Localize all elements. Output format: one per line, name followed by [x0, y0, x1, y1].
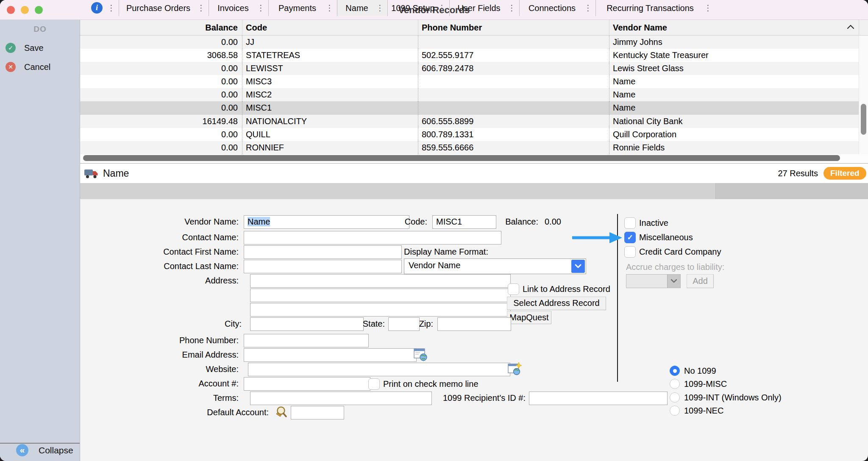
dropdown-value: Vendor Name	[409, 259, 460, 272]
credit-card-company-checkbox[interactable]	[624, 246, 636, 258]
tab-drag-handle-icon: ⋮	[197, 0, 205, 16]
contact-last-name-input[interactable]	[244, 260, 402, 273]
table-row[interactable]: 3068.58 STATETREAS 502.555.9177 Kentucky…	[80, 49, 859, 62]
link-to-address-checkbox[interactable]	[508, 283, 519, 295]
zip-input[interactable]	[437, 317, 511, 331]
filtered-badge[interactable]: Filtered	[823, 167, 866, 180]
tab-recurring-transactions[interactable]: Recurring Transactions ⋮	[595, 0, 715, 16]
horizontal-scrollbar-thumb[interactable]	[83, 155, 840, 161]
cell-phone: 800.789.1331	[418, 128, 609, 141]
collapse-button[interactable]: « Collapse	[16, 444, 73, 456]
liability-account-dropdown-disabled[interactable]	[626, 274, 681, 288]
tab-drag-handle-icon: ⋮	[704, 0, 712, 16]
tab-payments[interactable]: Payments ⋮	[268, 0, 337, 16]
table-row[interactable]: 0.00 JJ Jimmy Johns	[80, 36, 859, 49]
cell-balance: 0.00	[80, 101, 242, 114]
miscellaneous-checkbox[interactable]: ✓	[624, 232, 636, 243]
tab-label: Payments	[269, 0, 326, 16]
compose-email-icon[interactable]	[414, 348, 427, 361]
radio-no-1099[interactable]	[670, 366, 680, 376]
add-liability-button[interactable]: Add	[687, 274, 714, 288]
tabbar-filler	[715, 183, 868, 199]
sidebar-divider	[0, 443, 80, 444]
email-address-input[interactable]	[244, 348, 417, 362]
tab-name-selected[interactable]: Name ⋮	[337, 0, 387, 16]
city-label: City:	[161, 317, 242, 330]
sort-ascending-icon[interactable]	[846, 25, 855, 30]
inactive-checkbox[interactable]	[624, 217, 636, 229]
vertical-scrollbar-track[interactable]	[859, 36, 868, 154]
terms-input[interactable]	[250, 392, 432, 405]
account-lookup-icon[interactable]	[275, 405, 287, 419]
address-line1-input[interactable]	[250, 274, 511, 288]
cell-balance: 0.00	[80, 141, 242, 154]
table-row[interactable]: 16149.48 NATIONALCITY 606.555.8899 Natio…	[80, 115, 859, 128]
tab-connections[interactable]: Connections ⋮	[519, 0, 595, 16]
select-address-record-button[interactable]: Select Address Record	[507, 297, 606, 310]
cell-vendor: Name	[609, 101, 859, 114]
radio-1099-nec[interactable]	[670, 405, 680, 416]
tab-invoices[interactable]: Invoices ⋮	[209, 0, 268, 16]
radio-1099-misc[interactable]	[670, 379, 680, 389]
contact-first-name-label: Contact First Name:	[102, 245, 239, 258]
pointer-arrow-icon	[572, 232, 622, 244]
sidebar-section-header: DO	[0, 25, 80, 34]
column-header-balance[interactable]: Balance	[80, 20, 242, 35]
print-memo-checkbox[interactable]	[368, 378, 380, 390]
cell-balance: 0.00	[80, 36, 242, 49]
column-header-phone[interactable]: Phone Number	[418, 20, 609, 35]
table-row-selected[interactable]: 0.00 MISC1 Name	[80, 101, 859, 114]
cell-balance: 0.00	[80, 88, 242, 101]
display-name-format-dropdown[interactable]: Vendor Name	[404, 258, 586, 274]
tab-drag-handle-icon: ⋮	[584, 0, 592, 16]
contact-name-input[interactable]	[244, 231, 501, 244]
table-row[interactable]: 0.00 MISC3 Name	[80, 75, 859, 88]
address-line3-input[interactable]	[250, 303, 511, 317]
radio-no-1099-label: No 1099	[684, 366, 716, 376]
tab-label: Connections	[520, 0, 584, 16]
tab-label: Invoices	[209, 0, 257, 16]
column-header-vendor-name[interactable]: Vendor Name	[609, 20, 859, 35]
cell-vendor: Ronnie Fields	[609, 141, 859, 154]
table-row[interactable]: 0.00 MISC2 Name	[80, 88, 859, 101]
detail-record-title: Name	[103, 164, 129, 183]
cell-code: LEWISST	[242, 62, 418, 75]
tab-user-fields[interactable]: User Fields ⋮	[449, 0, 519, 16]
open-website-icon[interactable]	[508, 362, 522, 375]
collapse-button-label: Collapse	[39, 445, 73, 455]
radio-1099-int[interactable]	[670, 392, 680, 403]
cell-phone: 502.555.9177	[418, 49, 609, 62]
radio-1099-nec-label: 1099-NEC	[684, 405, 723, 416]
cancel-button-label: Cancel	[24, 62, 50, 72]
cell-code: RONNIEF	[242, 141, 418, 154]
cancel-button[interactable]: ✕ Cancel	[6, 62, 50, 72]
save-button-label: Save	[24, 43, 44, 53]
table-row[interactable]: 0.00 LEWISST 606.789.2478 Lewis Street G…	[80, 62, 859, 75]
city-input[interactable]	[250, 317, 364, 331]
tab-drag-handle-icon: ⋮	[257, 0, 265, 16]
tab-info[interactable]: i ⋮	[80, 0, 119, 16]
default-account-input[interactable]	[291, 406, 344, 419]
recipient-id-input[interactable]	[529, 392, 668, 405]
collapse-chevrons-icon: «	[16, 444, 28, 456]
address-line2-input[interactable]	[250, 289, 511, 302]
cell-phone	[418, 101, 609, 114]
contact-first-name-input[interactable]	[244, 245, 402, 259]
account-number-input[interactable]	[244, 377, 370, 391]
inactive-label: Inactive	[639, 218, 668, 228]
cell-code: MISC3	[242, 75, 418, 88]
table-row[interactable]: 0.00 RONNIEF 859.555.6666 Ronnie Fields	[80, 141, 859, 154]
table-row[interactable]: 0.00 QUILL 800.789.1331 Quill Corporatio…	[80, 128, 859, 141]
cell-phone	[418, 88, 609, 101]
save-button[interactable]: ✓ Save	[6, 43, 44, 53]
phone-number-input[interactable]	[244, 334, 369, 347]
mapquest-button[interactable]: MapQuest	[507, 311, 551, 324]
terms-label: Terms:	[102, 392, 239, 404]
truck-icon	[84, 168, 99, 179]
vertical-scrollbar-thumb[interactable]	[861, 104, 866, 135]
tab-purchase-orders[interactable]: Purchase Orders ⋮	[119, 0, 209, 16]
default-account-label: Default Account:	[132, 406, 269, 419]
website-input[interactable]	[248, 363, 510, 376]
column-header-code[interactable]: Code	[242, 20, 418, 35]
tab-1099-setup[interactable]: 1099 Setup ⋮	[387, 0, 449, 16]
